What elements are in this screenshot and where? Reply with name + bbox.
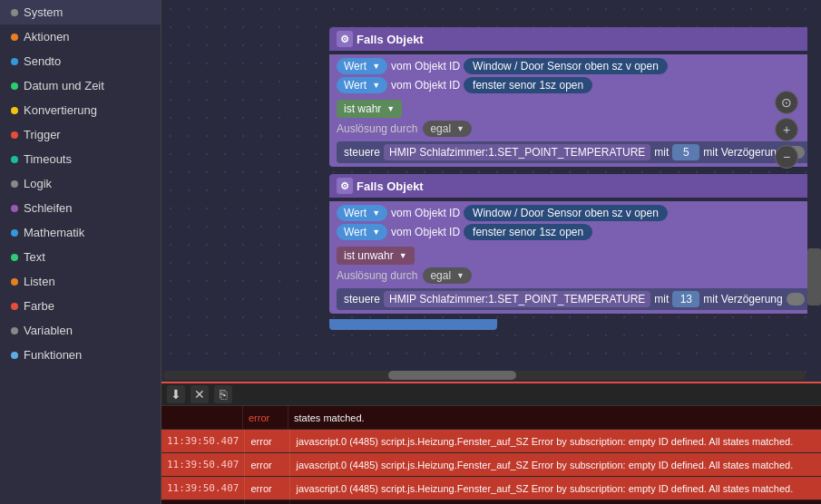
blue-connector-bar: [329, 319, 497, 330]
map-controls: ⊙ + −: [775, 91, 798, 169]
sidebar-item-aktionen[interactable]: Aktionen: [0, 24, 161, 49]
auslosung-row-1: Auslösung durch egal ▼: [337, 121, 812, 137]
sidebar-label: Schleifen: [24, 201, 72, 215]
block1: ⚙ Falls Objekt Wert ▼ vom Objekt ID Wind…: [329, 27, 819, 167]
sidebar-label: Listen: [24, 275, 55, 288]
log-row: error states matched.: [161, 406, 821, 430]
dot-icon: [11, 58, 18, 65]
log-level: error: [245, 453, 290, 476]
log-toolbar: ⬇ ✕ ⎘: [161, 383, 821, 406]
egal-pill-2[interactable]: egal ▼: [423, 267, 472, 284]
zoom-in-button[interactable]: +: [775, 118, 798, 141]
sidebar-item-system[interactable]: System: [0, 0, 161, 24]
block2-title: Falls Objekt: [357, 179, 424, 193]
sidebar-item-trigger[interactable]: Trigger: [0, 122, 161, 147]
block1-header[interactable]: ⚙ Falls Objekt: [329, 27, 819, 51]
egal-pill-1[interactable]: egal ▼: [423, 121, 472, 137]
sidebar-label: Konvertierung: [24, 103, 97, 117]
log-timestamp: 11:39:50.407: [161, 430, 245, 452]
sidebar-label: Aktionen: [24, 30, 70, 44]
toggle-2[interactable]: [787, 293, 805, 305]
canvas[interactable]: ⚙ Falls Objekt Wert ▼ vom Objekt ID Wind…: [161, 0, 821, 382]
block2: ⚙ Falls Objekt Wert ▼ vom Objekt ID Wind…: [329, 174, 819, 330]
sidebar-item-funktionen[interactable]: Funktionen: [0, 343, 161, 367]
log-row: 11:39:50.407 error javascript.0 (4485) s…: [161, 430, 821, 453]
ist-unwahr-box[interactable]: ist unwahr ▼: [337, 247, 415, 265]
h-scrollbar-thumb[interactable]: [388, 371, 517, 380]
dot-icon: [11, 9, 18, 16]
sidebar-item-konvertierung[interactable]: Konvertierung: [0, 98, 161, 122]
sidebar-item-listen[interactable]: Listen: [0, 269, 161, 294]
horizontal-scrollbar[interactable]: [163, 371, 806, 380]
sidebar-item-variablen[interactable]: Variablen: [0, 318, 161, 343]
sidebar-label: Variablen: [24, 324, 73, 337]
block2-row2: Wert ▼ vom Objekt ID fenster senor 1sz o…: [337, 224, 812, 240]
copy-button[interactable]: ⎘: [214, 385, 232, 403]
download-button[interactable]: ⬇: [167, 385, 185, 403]
sensor-value-2[interactable]: fenster senor 1sz open: [464, 77, 592, 93]
dot-icon: [11, 278, 18, 286]
sidebar-item-sendto[interactable]: Sendto: [0, 49, 161, 73]
log-message: states matched.: [288, 406, 821, 429]
vom-objekt-label-3: vom Objekt ID: [391, 207, 460, 219]
dot-icon: [11, 131, 18, 139]
target-button[interactable]: ⊙: [775, 91, 798, 114]
dot-icon: [11, 327, 18, 334]
steuere-row-2: steuere HMIP Schlafzimmer:1.SET_POINT_TE…: [337, 288, 812, 310]
log-timestamp: 11:39:50.407: [161, 453, 245, 476]
wert-pill-4[interactable]: Wert ▼: [337, 224, 387, 240]
gear-icon-2: ⚙: [337, 178, 353, 194]
gear-icon: ⚙: [337, 31, 353, 47]
ist-wahr-box[interactable]: ist wahr ▼: [337, 100, 402, 118]
sidebar-label: Logik: [24, 177, 52, 190]
wert-pill-3[interactable]: Wert ▼: [337, 205, 387, 221]
vom-objekt-label-4: vom Objekt ID: [391, 226, 460, 238]
dot-icon: [11, 229, 18, 237]
sidebar-item-datum[interactable]: Datum und Zeit: [0, 73, 161, 98]
log-timestamp: 11:39:50.407: [161, 500, 245, 504]
sidebar-item-mathematik[interactable]: Mathematik: [0, 220, 161, 245]
dot-icon: [11, 254, 18, 261]
zoom-out-button[interactable]: −: [775, 145, 798, 169]
log-level: error: [243, 406, 288, 429]
block2-row1: Wert ▼ vom Objekt ID Window / Door Senso…: [337, 205, 812, 221]
dot-icon: [11, 107, 18, 114]
sidebar-label: Timeouts: [24, 152, 72, 166]
auslosung-row-2: Auslösung durch egal ▼: [337, 267, 812, 284]
wert-pill-1[interactable]: Wert ▼: [337, 58, 387, 74]
vertical-scrollbar[interactable]: [807, 0, 821, 382]
log-area: ⬇ ✕ ⎘ error states matched. 11:39:50.407…: [161, 382, 821, 504]
sensor-value-3[interactable]: Window / Door Sensor oben sz v open: [464, 205, 668, 221]
log-rows: error states matched. 11:39:50.407 error…: [161, 406, 821, 504]
scrollbar-thumb[interactable]: [807, 248, 821, 305]
dot-icon: [11, 180, 18, 188]
log-timestamp: 11:39:50.407: [161, 477, 245, 499]
sidebar-item-timeouts[interactable]: Timeouts: [0, 147, 161, 171]
log-row: 11:39:50.407 error javascript.0 (4485) s…: [161, 453, 821, 477]
wert-pill-2[interactable]: Wert ▼: [337, 77, 387, 93]
log-message: javascript.0 (4485) script.js.Heizung.Fe…: [290, 453, 821, 476]
sidebar-item-logik[interactable]: Logik: [0, 171, 161, 196]
clear-button[interactable]: ✕: [191, 385, 209, 403]
log-row: 11:39:50.407 error javascript.0 (4485) s…: [161, 500, 821, 504]
sidebar-label: Text: [24, 250, 45, 264]
sidebar: System Aktionen Sendto Datum und Zeit Ko…: [0, 0, 161, 504]
sidebar-item-farbe[interactable]: Farbe: [0, 294, 161, 318]
sensor-value-4[interactable]: fenster senor 1sz open: [464, 224, 592, 240]
sensor-value-1[interactable]: Window / Door Sensor oben sz v open: [464, 58, 668, 74]
vom-objekt-label-1: vom Objekt ID: [391, 60, 460, 73]
log-row: 11:39:50.407 error javascript.0 (4485) s…: [161, 477, 821, 500]
sidebar-item-text[interactable]: Text: [0, 245, 161, 269]
log-message: javascript.0 (4485) script.js.Heizung.Fe…: [290, 477, 821, 499]
log-message: javascript.0 (4485) script.js.Heizung.Fe…: [290, 430, 821, 452]
log-message: javascript.0 (4485) script.js.Heizung.Fe…: [290, 500, 821, 504]
number-box-1[interactable]: 5: [672, 144, 699, 160]
number-box-2[interactable]: 13: [672, 291, 699, 307]
block1-body: Wert ▼ vom Objekt ID Window / Door Senso…: [329, 54, 819, 167]
sidebar-label: Trigger: [24, 128, 61, 141]
sidebar-item-schleifen[interactable]: Schleifen: [0, 196, 161, 220]
dot-icon: [11, 303, 18, 310]
block2-header[interactable]: ⚙ Falls Objekt: [329, 174, 819, 198]
dot-icon: [11, 82, 18, 90]
block1-row2: Wert ▼ vom Objekt ID fenster senor 1sz o…: [337, 77, 812, 93]
